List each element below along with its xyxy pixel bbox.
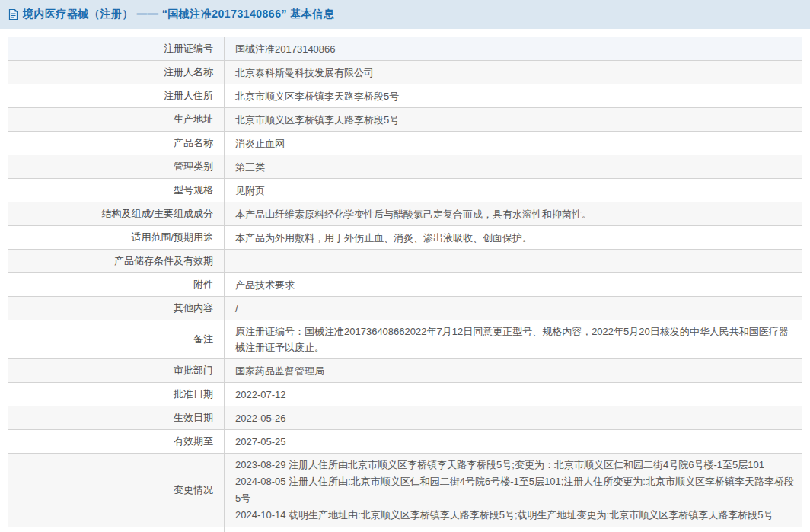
row-value: 本产品由纤维素原料经化学变性后与醋酸氯己定复合而成，具有水溶性和抑菌性。 — [225, 202, 802, 226]
row-label: 生产地址 — [8, 108, 225, 132]
row-label: 注册证编号 — [8, 37, 225, 61]
row-label-text: 产品储存条件及有效期 — [114, 255, 213, 266]
row-label-text: 注册人住所 — [164, 90, 213, 101]
row-label-text: 注册人名称 — [164, 66, 213, 78]
row-value-text: 本产品由纤维素原料经化学变性后与醋酸氯己定复合而成，具有水溶性和抑菌性。 — [235, 209, 592, 220]
row-value: 北京市顺义区李桥镇李天路李桥段5号 — [225, 84, 802, 108]
table-row: 适用范围/预期用途本产品为外用敷料，用于外伤止血、消炎、渗出液吸收、创面保护。 — [8, 226, 802, 250]
row-label-text: 附件 — [193, 279, 213, 290]
page-title: 境内医疗器械（注册） —— “国械注准20173140866” 基本信息 — [23, 8, 334, 21]
row-value — [225, 250, 802, 273]
row-label: 适用范围/预期用途 — [8, 226, 225, 250]
table-row: 注册证编号国械注准20173140866 — [8, 37, 802, 61]
row-value: 消炎止血网 — [225, 132, 802, 155]
row-label-text: 型号规格 — [174, 184, 213, 196]
row-value: 产品技术要求 — [225, 273, 802, 297]
table-row: 生产地址北京市顺义区李桥镇李天路李桥段5号 — [8, 108, 802, 132]
row-label-text: 备注 — [193, 333, 213, 345]
value-line: 2024-08-05 注册人住所由:北京市顺义区仁和园二街4号院6号楼-1至5层… — [235, 473, 794, 507]
row-label-text: 注册证编号 — [164, 43, 213, 54]
row-label: 注册人名称 — [8, 61, 225, 84]
row-value-text: 见附页 — [235, 185, 265, 196]
row-label: 结构及组成/主要组成成分 — [8, 202, 225, 226]
row-label-text: 生效日期 — [174, 412, 213, 423]
row-label: 其他内容 — [8, 297, 225, 320]
row-value: 2022-07-12 — [225, 383, 802, 406]
row-label: 产品储存条件及有效期 — [8, 250, 225, 273]
row-value: 国械注准20173140866 — [225, 37, 802, 61]
row-value-text: 第三类 — [235, 161, 265, 173]
row-value-text: 2022-07-12 — [235, 389, 286, 400]
title-bar: 境内医疗器械（注册） —— “国械注准20173140866” 基本信息 — [0, 0, 810, 29]
row-label-text: 产品名称 — [174, 137, 213, 148]
table-row: 变更情况2023-08-29 注册人住所由北京市顺义区李桥镇李天路李桥段5号;变… — [8, 454, 802, 527]
row-value: 本产品为外用敷料，用于外伤止血、消炎、渗出液吸收、创面保护。 — [225, 226, 802, 250]
table-row: 附件产品技术要求 — [8, 273, 802, 297]
row-value: 北京市顺义区李桥镇李天路李桥段5号 — [225, 108, 802, 132]
row-value-text: 原注册证编号：国械注准201736408662022年7月12日同意更正型号、规… — [235, 326, 789, 353]
row-label: 备注 — [8, 320, 225, 359]
row-value-text: 北京市顺义区李桥镇李天路李桥段5号 — [235, 91, 399, 102]
row-label: 注 — [8, 527, 225, 532]
row-value: 原注册证编号：国械注准201736408662022年7月12日同意更正型号、规… — [225, 320, 802, 359]
table-row: 注详情 — [8, 527, 802, 532]
row-label-text: 变更情况 — [174, 484, 213, 495]
row-value-text: / — [235, 303, 238, 314]
table-row: 产品储存条件及有效期 — [8, 250, 802, 273]
row-value: 2023-08-29 注册人住所由北京市顺义区李桥镇李天路李桥段5号;变更为：北… — [225, 454, 802, 527]
row-label-text: 结构及组成/主要组成成分 — [101, 208, 213, 219]
table-row: 批准日期2022-07-12 — [8, 383, 802, 406]
row-label-text: 有效期至 — [174, 435, 213, 447]
row-label: 产品名称 — [8, 132, 225, 155]
table-row: 生效日期2022-05-26 — [8, 406, 802, 430]
table-row: 结构及组成/主要组成成分本产品由纤维素原料经化学变性后与醋酸氯己定复合而成，具有… — [8, 202, 802, 226]
row-value: 详情 — [225, 527, 802, 532]
row-value: 国家药品监督管理局 — [225, 359, 802, 383]
row-label: 批准日期 — [8, 383, 225, 406]
value-line: 2024-10-14 载明生产地址由:北京顺义区李桥镇李天路李桥段5号;载明生产… — [235, 507, 794, 524]
row-label: 注册人住所 — [8, 84, 225, 108]
row-value-text: 北京泰科斯曼科技发展有限公司 — [235, 67, 374, 78]
row-value-text: 本产品为外用敷料，用于外伤止血、消炎、渗出液吸收、创面保护。 — [235, 232, 532, 244]
row-label: 审批部门 — [8, 359, 225, 383]
row-value-text: 国械注准20173140866 — [235, 43, 336, 55]
row-value-text: 2022-05-26 — [235, 413, 286, 424]
row-label-text: 管理类别 — [174, 161, 213, 172]
row-value-text: 消炎止血网 — [235, 138, 285, 149]
row-value-text: 国家药品监督管理局 — [235, 365, 324, 377]
row-value: / — [225, 297, 802, 320]
row-label: 管理类别 — [8, 155, 225, 179]
row-value-text: 2027-05-25 — [235, 436, 286, 448]
table-row: 有效期至2027-05-25 — [8, 430, 802, 454]
row-value: 2027-05-25 — [225, 430, 802, 454]
table-row: 注册人名称北京泰科斯曼科技发展有限公司 — [8, 61, 802, 84]
table-row: 型号规格见附页 — [8, 179, 802, 202]
row-value: 2022-05-26 — [225, 406, 802, 430]
row-value: 第三类 — [225, 155, 802, 179]
table-row: 管理类别第三类 — [8, 155, 802, 179]
row-label-text: 适用范围/预期用途 — [131, 231, 213, 243]
row-value: 见附页 — [225, 179, 802, 202]
table-row: 审批部门国家药品监督管理局 — [8, 359, 802, 383]
row-label: 型号规格 — [8, 179, 225, 202]
row-label-text: 其他内容 — [174, 302, 213, 314]
row-label: 附件 — [8, 273, 225, 297]
table-row: 备注原注册证编号：国械注准201736408662022年7月12日同意更正型号… — [8, 320, 802, 359]
row-value-text: 产品技术要求 — [235, 279, 295, 291]
row-value: 北京泰科斯曼科技发展有限公司 — [225, 61, 802, 84]
row-label: 生效日期 — [8, 406, 225, 430]
value-line: 2023-08-29 注册人住所由北京市顺义区李桥镇李天路李桥段5号;变更为：北… — [235, 457, 794, 473]
row-label: 有效期至 — [8, 430, 225, 454]
table-row: 产品名称消炎止血网 — [8, 132, 802, 155]
document-icon — [7, 8, 19, 21]
row-label-text: 生产地址 — [174, 113, 213, 125]
registration-info-table: 注册证编号国械注准20173140866注册人名称北京泰科斯曼科技发展有限公司注… — [8, 37, 802, 532]
row-label: 变更情况 — [8, 454, 225, 527]
table-row: 其他内容/ — [8, 297, 802, 320]
row-value-text: 北京市顺义区李桥镇李天路李桥段5号 — [235, 114, 399, 126]
row-label-text: 批准日期 — [174, 388, 213, 400]
row-label-text: 审批部门 — [174, 365, 213, 376]
table-row: 注册人住所北京市顺义区李桥镇李天路李桥段5号 — [8, 84, 802, 108]
